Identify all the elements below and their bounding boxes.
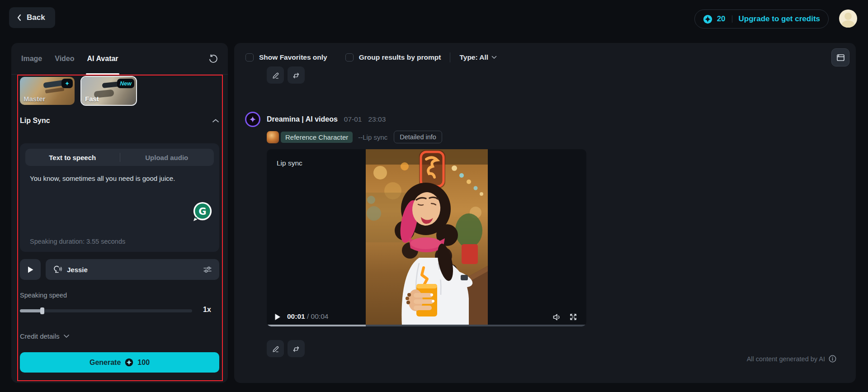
speaking-head-icon <box>53 265 62 274</box>
result-date: 07-01 <box>344 115 362 123</box>
sidebar-tabs: Image Video AI Avatar <box>21 43 118 74</box>
chevron-up-icon[interactable] <box>212 118 219 123</box>
video-progress-bar[interactable] <box>267 325 586 326</box>
disclaimer-text: All content generated by AI <box>747 355 825 363</box>
edit-pencil-icon[interactable] <box>267 340 284 357</box>
new-badge-label: New <box>120 80 132 87</box>
fast-badge: New <box>117 79 134 88</box>
tab-video[interactable]: Video <box>55 43 74 74</box>
chevron-down-icon <box>491 56 497 59</box>
video-type-label: Lip sync <box>277 159 302 167</box>
speaker-icon[interactable] <box>552 313 561 321</box>
info-circle-icon[interactable] <box>829 355 836 363</box>
lip-sync-section-header[interactable]: Lip Sync <box>20 117 219 125</box>
segment-divider <box>120 153 120 162</box>
favorites-checkbox[interactable] <box>245 53 254 61</box>
credit-coin-icon <box>703 14 712 24</box>
total-time: 00:04 <box>311 312 329 320</box>
master-badge <box>61 79 73 88</box>
video-progress-fill <box>267 325 366 326</box>
dreamina-logo <box>245 112 260 127</box>
sidebar-header: Image Video AI Avatar <box>11 43 228 75</box>
pill-divider <box>732 15 732 23</box>
tab-ai-avatar[interactable]: AI Avatar <box>87 43 118 74</box>
grammarly-g-icon[interactable]: G <box>192 201 213 222</box>
speech-script-input[interactable]: You know, sometimes all you need is good… <box>30 174 209 184</box>
expand-icon[interactable] <box>569 313 577 321</box>
results-panel: Show Favorites only Group results by pro… <box>234 43 856 383</box>
chevron-down-icon <box>63 334 70 338</box>
video-player[interactable]: Lip sync 00:01 / 00:04 <box>267 149 586 326</box>
generate-label: Generate <box>90 359 121 367</box>
text-to-speech-card: Text to speech Upload audio You know, so… <box>20 143 219 252</box>
model-card-master[interactable]: Master <box>20 77 75 105</box>
type-filter-dropdown[interactable]: Type: All <box>459 53 497 61</box>
model-cards: Master New Fast <box>20 77 136 105</box>
voice-name: Jessie <box>67 266 88 274</box>
filter-row: Show Favorites only Group results by pro… <box>245 50 497 65</box>
filter-divider <box>450 52 450 62</box>
credits-count: 20 <box>717 14 726 24</box>
group-results-label: Group results by prompt <box>359 53 441 61</box>
slider-handle[interactable] <box>40 307 44 314</box>
mode-upload-audio[interactable]: Upload audio <box>120 149 214 166</box>
type-filter-label: Type: All <box>459 53 488 61</box>
credit-details-label: Credit details <box>20 332 60 340</box>
generate-coin-icon <box>125 358 133 367</box>
speaking-speed-value: 1x <box>203 306 211 314</box>
time-separator: / <box>307 312 309 320</box>
result-header: Dreamina | AI videos 07-01 23:03 <box>267 115 386 123</box>
generated-video-frame <box>366 149 488 326</box>
active-tab-underline <box>86 73 119 75</box>
voice-preview-play-button[interactable] <box>20 259 41 280</box>
sparkle-icon <box>64 80 70 86</box>
regenerate-icon[interactable] <box>288 66 305 84</box>
speaking-speed-label: Speaking speed <box>20 292 67 299</box>
tab-image[interactable]: Image <box>21 43 42 74</box>
back-label: Back <box>27 13 45 22</box>
group-results-checkbox[interactable] <box>345 53 354 61</box>
speaking-speed-slider[interactable] <box>20 309 192 312</box>
current-time: 00:01 <box>287 312 305 320</box>
credits-pill[interactable]: 20 Upgrade to get credits <box>694 9 829 28</box>
favorites-label: Show Favorites only <box>259 53 327 61</box>
back-button[interactable]: Back <box>9 7 55 28</box>
audio-mode-switcher: Text to speech Upload audio <box>25 149 214 166</box>
sliders-icon[interactable] <box>203 265 212 274</box>
refresh-icon[interactable] <box>208 54 218 64</box>
edit-pencil-icon[interactable] <box>267 66 284 84</box>
result-time: 23:03 <box>368 115 386 123</box>
result-actions <box>267 340 305 357</box>
generation-sidebar: Image Video AI Avatar Master New Fast <box>11 43 228 383</box>
mode-text-to-speech[interactable]: Text to speech <box>25 149 120 166</box>
asset-folder-button[interactable] <box>831 48 849 66</box>
avatar-head-silhouette <box>844 13 852 20</box>
result-app-name: Dreamina | AI videos <box>267 115 338 123</box>
reference-character-thumbnail[interactable] <box>267 131 279 143</box>
svg-text:G: G <box>198 206 206 217</box>
previous-result-actions <box>267 66 305 84</box>
lip-sync-title: Lip Sync <box>20 117 50 125</box>
model-card-label: Fast <box>85 95 99 103</box>
detailed-info-button[interactable]: Detailed info <box>394 131 442 143</box>
player-time: 00:01 / 00:04 <box>287 312 328 321</box>
model-card-label: Master <box>24 95 45 103</box>
ai-content-disclaimer: All content generated by AI <box>747 355 836 363</box>
prompt-suffix: --Lip sync <box>358 133 387 141</box>
regenerate-icon[interactable] <box>288 340 305 357</box>
avatar-shoulders-silhouette <box>842 20 854 28</box>
upgrade-link[interactable]: Upgrade to get credits <box>739 14 820 24</box>
model-card-fast[interactable]: New Fast <box>81 77 136 105</box>
player-play-icon[interactable] <box>274 313 281 321</box>
slider-fill <box>20 309 42 312</box>
credit-details-toggle[interactable]: Credit details <box>20 332 70 340</box>
result-prompt-row: Reference Character --Lip sync Detailed … <box>267 131 442 143</box>
chevron-left-icon <box>16 14 23 21</box>
generate-cost: 100 <box>137 359 150 367</box>
generate-button[interactable]: Generate 100 <box>20 352 219 373</box>
speaking-duration-text: Speaking duration: 3.55 seconds <box>30 238 125 245</box>
reference-character-tag[interactable]: Reference Character <box>281 132 353 143</box>
user-avatar[interactable] <box>839 9 857 28</box>
voice-selector[interactable]: Jessie <box>46 259 219 280</box>
